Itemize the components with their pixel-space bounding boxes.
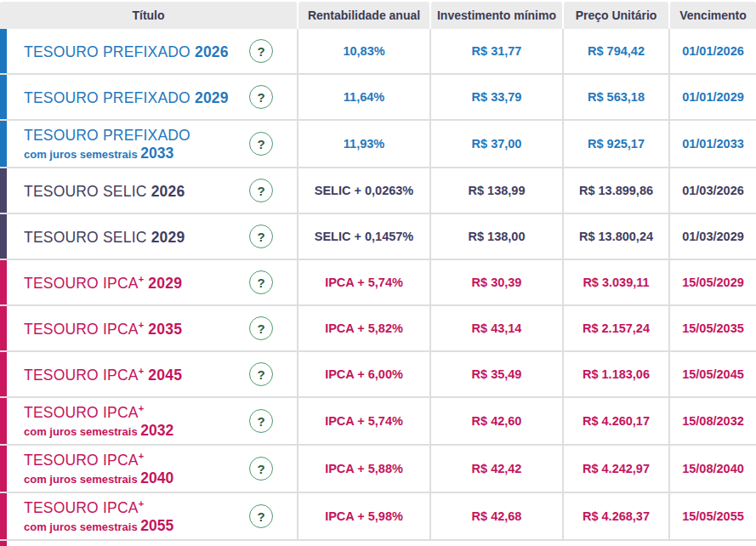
bond-title: TESOURO IPCA+ 2045 (24, 366, 249, 384)
table-header: Título Rentabilidade anual Investimento … (0, 0, 756, 29)
maturity-date-value: 15/08/2032 (668, 398, 756, 444)
bond-title-cell: TESOURO SELIC 2026 ? (7, 168, 297, 213)
help-icon[interactable]: ? (249, 132, 273, 156)
bond-title-cell: TESOURO IPCA+ 2035 ? (7, 306, 297, 350)
bond-color-bar (0, 541, 7, 546)
bond-color-bar (0, 29, 7, 73)
bond-title: TESOURO IPCA+ 2029 (24, 274, 249, 292)
maturity-date-value: 01/03/2026 (668, 168, 756, 213)
column-header-rentabilidade: Rentabilidade anual (298, 2, 429, 29)
unit-price-value: R$ 1.183,06 (562, 352, 668, 396)
bond-color-bar (0, 168, 7, 213)
unit-price-value: R$ 4.268,37 (562, 493, 668, 539)
table-row[interactable]: TESOURO IPCA+ 2045 ? IPCA + 6,00% R$ 35,… (0, 352, 756, 398)
bond-title-cell: TESOURO PREFIXADO com juros semestrais 2… (7, 121, 297, 167)
help-icon[interactable]: ? (249, 409, 273, 433)
minimum-investment-value: R$ 43,14 (429, 306, 562, 350)
annual-rate-value: IPCA + 5,88% (297, 446, 429, 492)
table-row[interactable]: TESOURO PREFIXADO com juros semestrais 2… (0, 121, 756, 168)
bond-name: TESOURO SELIC 2026 (24, 182, 249, 200)
maturity-date-value: 15/08/2040 (668, 446, 756, 492)
table-row[interactable]: TESOURO IPCA+ 2029 ? IPCA + 5,74% R$ 30,… (0, 260, 756, 306)
bond-color-bar (0, 121, 7, 167)
minimum-investment-value: R$ 33,79 (429, 75, 562, 119)
bond-subtitle-line: com juros semestrais 2040 (24, 469, 249, 486)
bond-name: TESOURO IPCA+ (24, 403, 249, 421)
annual-rate-value: 10,83% (297, 29, 429, 73)
help-icon[interactable]: ? (249, 316, 273, 340)
table-row[interactable]: TESOURO IPCA+ com juros semestrais 2055 … (0, 493, 756, 541)
bond-year: 2040 (140, 469, 173, 486)
annual-rate-value: IPCA + 5,82% (297, 306, 429, 350)
unit-price-value: R$ 794,42 (562, 29, 668, 73)
bond-subtitle: com juros semestrais (24, 425, 138, 438)
bond-name: TESOURO IPCA+ (24, 451, 249, 469)
annual-rate-value: SELIC + 0,0263% (297, 168, 429, 213)
column-header-preco: Preço Unitário (564, 2, 668, 29)
help-icon[interactable]: ? (249, 270, 273, 294)
bond-title: TESOURO PREFIXADO 2026 (24, 43, 249, 60)
column-header-investimento: Investimento mínimo (431, 2, 562, 29)
help-icon[interactable]: ? (249, 85, 273, 109)
annual-rate-value: IPCA + 5,74% (297, 398, 429, 444)
help-icon[interactable]: ? (249, 457, 273, 481)
bond-color-bar (0, 75, 7, 119)
annual-rate-value: IPCA + 6,00% (297, 352, 429, 396)
table-row[interactable]: TESOURO IPCA+ 2035 ? IPCA + 5,82% R$ 43,… (0, 306, 756, 352)
bond-title-cell: TESOURO IPCA+ 2045 ? (7, 352, 297, 396)
help-icon[interactable]: ? (249, 362, 273, 386)
minimum-investment-value: R$ 42,60 (429, 398, 562, 444)
maturity-date-value: 15/05/2055 (668, 493, 756, 539)
bond-year: 2029 (144, 274, 182, 291)
bond-color-bar (0, 352, 7, 396)
bond-title-cell: TESOURO IPCA+ com juros semestrais 2032 … (7, 398, 297, 444)
bond-color-bar (0, 493, 7, 539)
bond-year: 2033 (140, 145, 173, 162)
help-icon[interactable]: ? (249, 504, 273, 528)
bond-year: 2045 (144, 366, 182, 383)
bond-name: TESOURO IPCA+ (24, 498, 249, 516)
help-icon[interactable]: ? (249, 179, 273, 202)
bond-subtitle: com juros semestrais (24, 473, 138, 486)
table-row[interactable]: TESOURO SELIC 2029 ? SELIC + 0,1457% R$ … (0, 214, 756, 260)
unit-price-value: R$ 13.899,86 (562, 168, 668, 213)
maturity-date-value: 15/05/2045 (668, 352, 756, 396)
bond-color-bar (0, 260, 7, 304)
column-header-titulo: Título (0, 2, 297, 29)
help-icon[interactable]: ? (249, 225, 273, 248)
bond-color-bar (0, 446, 7, 492)
unit-price-value: R$ 4.260,17 (562, 398, 668, 444)
minimum-investment-value: R$ 138,00 (429, 214, 562, 259)
table-row-partial[interactable] (0, 541, 756, 546)
bond-title-cell: TESOURO IPCA+ com juros semestrais 2040 … (7, 446, 297, 492)
maturity-date-value: 01/01/2026 (668, 29, 756, 73)
help-icon[interactable]: ? (249, 39, 273, 63)
table-row[interactable]: TESOURO SELIC 2026 ? SELIC + 0,0263% R$ … (0, 168, 756, 214)
bond-year: 2029 (190, 88, 229, 105)
bond-name: TESOURO PREFIXADO (24, 126, 249, 144)
ipca-plus-superscript: + (139, 498, 145, 509)
table-row[interactable]: TESOURO IPCA+ com juros semestrais 2032 … (0, 398, 756, 446)
table-body: TESOURO PREFIXADO 2026 ? 10,83% R$ 31,77… (0, 29, 756, 546)
table-row[interactable]: TESOURO PREFIXADO 2026 ? 10,83% R$ 31,77… (0, 29, 756, 75)
table-row[interactable]: TESOURO PREFIXADO 2029 ? 11,64% R$ 33,79… (0, 75, 756, 121)
bond-title-cell: TESOURO SELIC 2029 ? (7, 214, 297, 259)
bond-title: TESOURO SELIC 2026 (24, 182, 249, 200)
unit-price-value: R$ 563,18 (562, 75, 668, 119)
bond-name: TESOURO SELIC 2029 (24, 228, 249, 246)
bond-title: TESOURO PREFIXADO com juros semestrais 2… (24, 126, 249, 162)
maturity-date-value: 15/05/2035 (668, 306, 756, 350)
bond-title: TESOURO IPCA+ com juros semestrais 2055 (24, 498, 249, 534)
bond-subtitle: com juros semestrais (24, 520, 138, 533)
bond-name: TESOURO PREFIXADO 2026 (24, 43, 249, 60)
bond-year: 2032 (140, 422, 173, 439)
ipca-plus-superscript: + (139, 451, 145, 461)
table-row[interactable]: TESOURO IPCA+ com juros semestrais 2040 … (0, 446, 756, 493)
bond-year: 2026 (147, 182, 185, 199)
annual-rate-value: 11,64% (297, 75, 429, 119)
minimum-investment-value: R$ 35,49 (429, 352, 562, 396)
bond-name: TESOURO IPCA+ 2045 (24, 366, 249, 384)
bond-title-cell: TESOURO IPCA+ com juros semestrais 2055 … (7, 493, 297, 539)
minimum-investment-value: R$ 31,77 (429, 29, 562, 73)
bond-subtitle-line: com juros semestrais 2032 (24, 422, 249, 439)
